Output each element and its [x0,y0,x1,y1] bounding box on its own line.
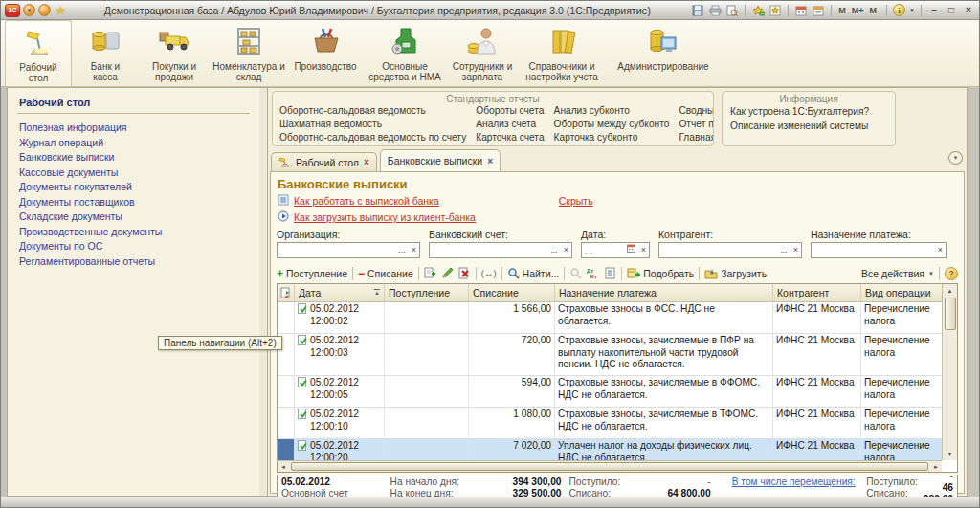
tab-close-icon[interactable]: × [487,156,493,166]
sidebar-item-production-documents[interactable]: Производственные документы [8,225,259,240]
sort-dtkt-button[interactable]: ДтКт [587,267,600,279]
clear-icon[interactable]: × [791,243,801,257]
table-row[interactable]: 05.02.201212:00:03 720,00 Страховые взно… [278,334,942,376]
horizontal-scrollbar[interactable]: ◄ ► [278,460,942,472]
memory-m-plus-button[interactable]: M+ [851,6,865,15]
scroll-left-icon[interactable]: ◄ [278,460,289,473]
sidebar-item-useful-info[interactable]: Полезная информация [8,121,259,136]
info-link-how-1c-works[interactable]: Как устроена 1С:Бухгалтерия? [730,106,887,118]
table-row-selected[interactable]: 05.02.201212:00:20 7 020,00 Уплачен нало… [278,439,942,460]
ribbon-section-staff[interactable]: Сотрудники и зарплата [447,20,518,86]
table-row[interactable]: 05.02.201212:00:10 1 080,00 Страховые вз… [278,408,942,439]
bank-account-input[interactable]: ... × [429,242,572,258]
help-button[interactable]: ? [945,267,958,280]
sidebar-item-bank-statements[interactable]: Банковские выписки [8,150,259,166]
info-button[interactable]: i [893,4,905,16]
load-button[interactable]: Загрузить [704,267,767,279]
main-menu-button[interactable]: ▼ [23,4,35,16]
history-icon[interactable] [751,4,765,16]
memory-m-button[interactable]: M [837,6,847,15]
clear-icon[interactable]: × [409,243,419,257]
restore-button[interactable]: □ [945,5,958,15]
close-button[interactable]: × [962,5,975,15]
copy-button[interactable] [424,267,436,279]
report-link[interactable]: Оборотно-сальдовая ведомость [279,105,466,117]
scroll-right-icon[interactable]: ► [930,460,942,473]
link-how-to-load[interactable]: Как загрузить выписку из клиент-банка [294,211,476,223]
header-settings-icon[interactable] [278,284,295,301]
report-link[interactable]: Сводные проводки [679,105,714,117]
print-preview-icon[interactable] [725,4,739,16]
delete-button[interactable] [458,267,471,279]
favorites-star-icon[interactable]: ★ [56,4,66,17]
sidebar-item-operations-journal[interactable]: Журнал операций [8,136,259,151]
clear-icon[interactable]: × [561,243,571,257]
ribbon-section-references[interactable]: Справочники и настройки учета [518,20,606,86]
set-period-button[interactable]: (↔) [481,268,497,278]
ribbon-section-desktop[interactable]: Рабочий стол [5,20,72,86]
scroll-down-icon[interactable]: ▼ [947,448,953,460]
scroll-up-icon[interactable]: ▲ [947,284,953,297]
pick-button[interactable]: Подобрать [627,267,694,279]
table-row[interactable]: 05.02.201212:00:02 1 566,00 Страховые вз… [278,302,942,334]
1c-logo-icon[interactable]: 1С [5,4,20,17]
tab-close-icon[interactable]: × [364,157,369,167]
vertical-scrollbar[interactable]: ▲ ▼ [942,284,957,460]
choose-icon[interactable]: ... [395,243,409,257]
edit-pencil-button[interactable] [441,267,454,279]
column-header-date[interactable]: Дата ▲ [295,284,385,301]
service-button[interactable] [38,4,51,16]
sidebar-item-buyer-documents[interactable]: Документы покупателей [8,180,259,195]
report-link[interactable]: Карточка субконто [554,132,670,144]
table-row[interactable]: 05.02.201212:00:05 594,00 Страховые взно… [278,376,942,408]
choose-icon[interactable]: ... [547,243,561,257]
print-icon[interactable] [708,4,722,16]
counterparty-input[interactable]: ... × [658,242,802,258]
ribbon-section-inventory[interactable]: Номенклатура и склад [210,20,288,86]
link-how-to-work[interactable]: Как работать с выпиской банка [294,195,439,207]
clear-icon[interactable]: × [638,243,649,257]
find-button[interactable]: Найти... [507,267,560,279]
report-link[interactable]: Обороты счета [476,105,544,117]
column-header-purpose[interactable]: Назначение платежа [555,284,773,301]
ribbon-section-administration[interactable]: Администрирование [606,20,721,86]
sidebar-item-regulated-reports[interactable]: Регламентированные отчеты [8,254,259,270]
info-link-changes[interactable]: Описание изменений системы [730,121,887,132]
report-link[interactable]: Отчет по проводкам [679,119,714,130]
sidebar-item-cash-documents[interactable]: Кассовые документы [8,166,259,181]
clear-icon[interactable]: × [935,243,946,257]
calculator-icon[interactable] [812,4,825,16]
tab-bank-statements[interactable]: Банковские выписки × [380,149,501,171]
ribbon-section-purchases[interactable]: Покупки и продажи [139,20,210,86]
report-link[interactable]: Анализ субконто [554,105,670,117]
sidebar-item-supplier-documents[interactable]: Документы поставщиков [8,195,259,210]
report-link[interactable]: Обороты между субконто [554,119,670,130]
choose-icon[interactable]: ... [777,243,791,257]
including-transfers-link[interactable]: В том числе перемещения: [732,476,866,488]
link-hide[interactable]: Скрыть [559,195,593,207]
sidebar-item-os-documents[interactable]: Документы по ОС [8,239,259,254]
calendar-picker-icon[interactable] [624,243,638,257]
cancel-search-button[interactable] [569,267,582,279]
payment-purpose-input[interactable]: × [811,242,947,258]
column-header-writeoff[interactable]: Списание [469,284,555,301]
organization-input[interactable]: ... × [277,242,420,258]
minimize-button[interactable]: – [927,5,941,15]
report-link[interactable]: Шахматная ведомость [279,119,466,130]
report-link[interactable]: Оборотно-сальдовая ведомость по счету [279,132,466,144]
report-link[interactable]: Главная книга [679,132,714,144]
report-link[interactable]: Карточка счета [476,132,544,144]
column-header-counterparty[interactable]: Контрагент [773,284,861,301]
column-header-operation[interactable]: Вид операции [861,284,942,301]
info-dropdown-icon[interactable]: ▼ [909,8,915,13]
panel-splitter[interactable] [259,87,267,497]
ribbon-section-production[interactable]: Производство [288,20,363,86]
save-icon[interactable] [691,4,704,16]
column-header-receipt[interactable]: Поступление [385,284,469,301]
ribbon-section-bank[interactable]: Банк и касса [72,20,139,86]
sidebar-item-warehouse-documents[interactable]: Складские документы [8,210,259,225]
vertical-scroll-thumb[interactable] [945,298,956,330]
favorites-list-icon[interactable] [768,4,782,16]
writeoff-button[interactable]: − Списание [358,267,413,280]
document-register-button[interactable] [605,267,616,279]
